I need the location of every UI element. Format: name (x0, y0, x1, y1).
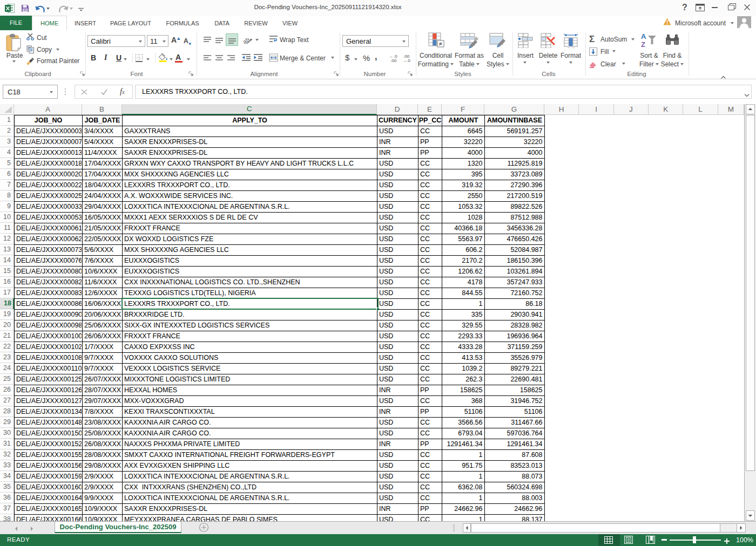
svg-text:A: A (641, 32, 646, 40)
svg-text:.00: .00 (390, 58, 397, 63)
svg-text:ab: ab (243, 36, 251, 44)
svg-text:Z: Z (641, 40, 645, 49)
svg-text:≠: ≠ (439, 40, 442, 47)
